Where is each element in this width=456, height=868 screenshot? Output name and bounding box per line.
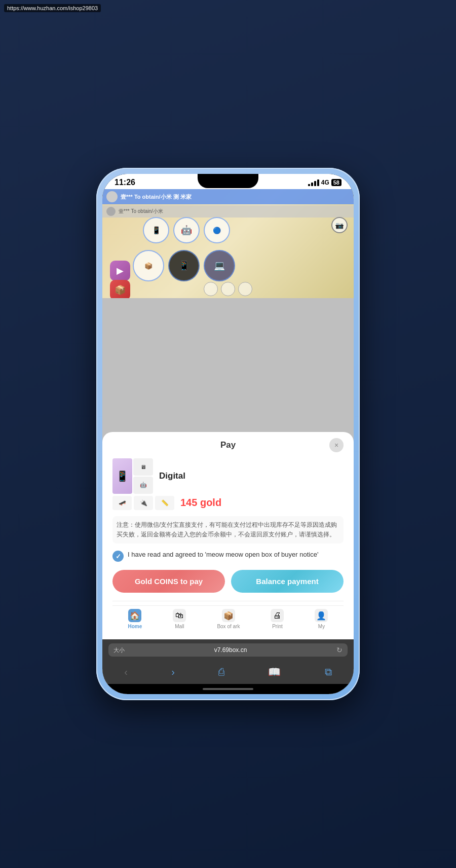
modal-title: Pay bbox=[220, 440, 236, 450]
product-circle-6: 💻 bbox=[204, 250, 235, 281]
product-circle-3: 🔵 bbox=[204, 217, 230, 243]
nav-label-my: My bbox=[318, 624, 325, 629]
banner-area: 壹*** To obtain/小米 测 米家 壹*** To obtain/小米… bbox=[102, 189, 354, 298]
boxark-icon[interactable]: 📦 bbox=[110, 280, 130, 298]
product-circle-2: 🤖 bbox=[173, 217, 200, 243]
status-bar: 11:26 4G 58 bbox=[102, 174, 354, 189]
nav-label-mall: Mall bbox=[175, 624, 184, 629]
product-circles-row2: 📦 📱 💻 bbox=[133, 250, 235, 281]
extra-image-2: 🔌 bbox=[134, 496, 153, 510]
browser-bar: 大小 v7.69box.cn ↻ bbox=[102, 639, 354, 661]
home-icon: 🏠 bbox=[128, 609, 141, 622]
agree-checkbox[interactable]: ✓ bbox=[112, 551, 124, 562]
product-circle-1: 📱 bbox=[143, 217, 169, 243]
bottom-nav: 🏠 Home 🛍 Mall 📦 Box of ark bbox=[112, 605, 344, 631]
check-icon: ✓ bbox=[116, 553, 121, 560]
product-price: 145 gold bbox=[180, 497, 221, 509]
modal-header: Pay × bbox=[112, 440, 344, 450]
extra-image-3: 📏 bbox=[155, 496, 174, 510]
product-images: 📱 🖥 🤖 bbox=[112, 458, 153, 494]
nav-item-print[interactable]: 🖨 Print bbox=[271, 609, 284, 629]
address-url: v7.69box.cn bbox=[214, 646, 247, 654]
home-indicator bbox=[102, 684, 354, 694]
product-extras: 🛹 🔌 📏 bbox=[112, 496, 174, 510]
product-circles-row1: 📱 🤖 🔵 bbox=[143, 217, 230, 243]
extra-image-1: 🛹 bbox=[112, 496, 132, 510]
status-time: 11:26 bbox=[115, 178, 135, 187]
bookmarks-button[interactable]: 📖 bbox=[262, 664, 287, 680]
forward-button[interactable]: › bbox=[165, 664, 181, 680]
notch bbox=[198, 174, 258, 188]
divider bbox=[112, 601, 344, 601]
address-bar[interactable]: 大小 v7.69box.cn ↻ bbox=[108, 643, 348, 657]
status-right: 4G 58 bbox=[308, 179, 341, 186]
agree-text: I have read and agreed to 'meow meow ope… bbox=[128, 550, 318, 560]
product-info-row: 📱 🖥 🤖 Digital bbox=[112, 458, 344, 494]
nav-label-home: Home bbox=[128, 624, 142, 629]
browser-controls: ‹ › ⎙ 📖 ⧉ bbox=[102, 661, 354, 684]
play-icon[interactable]: ▶ bbox=[110, 261, 130, 281]
nav-label-boxofark: Box of ark bbox=[217, 624, 240, 629]
notice-text: 注意：使用微信/支付宝直接支付，有可能在支付过程中出现库存不足等原因造成购买失败… bbox=[112, 516, 344, 544]
user-avatar-2 bbox=[106, 207, 116, 216]
boxofark-icon: 📦 bbox=[222, 609, 235, 622]
bottom-circles-row bbox=[204, 282, 252, 296]
agree-row[interactable]: ✓ I have read and agreed to 'meow meow o… bbox=[112, 550, 344, 562]
nav-item-home[interactable]: 🏠 Home bbox=[128, 609, 142, 629]
print-icon: 🖨 bbox=[271, 609, 284, 622]
mall-icon: 🛍 bbox=[173, 609, 186, 622]
product-circle-5: 📱 bbox=[168, 250, 200, 281]
product-price-row: 🛹 🔌 📏 145 gold bbox=[112, 496, 344, 510]
address-left-text: 大小 bbox=[113, 646, 125, 654]
close-button[interactable]: × bbox=[329, 438, 344, 452]
back-button[interactable]: ‹ bbox=[118, 664, 134, 680]
nav-item-boxofark[interactable]: 📦 Box of ark bbox=[217, 609, 240, 629]
share-button[interactable]: ⎙ bbox=[212, 664, 231, 680]
battery-indicator: 58 bbox=[331, 179, 341, 186]
boxark-section[interactable]: 📦 BoxArk bbox=[110, 280, 130, 298]
user-avatar-1 bbox=[106, 191, 118, 202]
payment-buttons: Gold COINS to pay Balance payment bbox=[112, 570, 344, 593]
overlay-url: https://www.huzhan.com/ishop29803 bbox=[4, 4, 101, 12]
no-camera-icon: 📷 bbox=[331, 217, 348, 233]
my-icon: 👤 bbox=[315, 609, 328, 622]
modal-backdrop: Pay × 📱 🖥 🤖 Digital bbox=[102, 298, 354, 639]
reload-icon[interactable]: ↻ bbox=[336, 646, 343, 654]
tabs-button[interactable]: ⧉ bbox=[319, 664, 338, 680]
user-strip-1: 壹*** To obtain/小米 测 米家 bbox=[102, 189, 354, 204]
nav-label-print: Print bbox=[272, 624, 283, 629]
product-image-tv: 🖥 bbox=[133, 458, 153, 476]
phone-frame: 11:26 4G 58 bbox=[96, 168, 360, 700]
pay-modal: Pay × 📱 🖥 🤖 Digital bbox=[102, 432, 354, 639]
network-type: 4G bbox=[321, 179, 329, 186]
product-image-main: 📱 bbox=[112, 458, 132, 494]
balance-payment-button[interactable]: Balance payment bbox=[231, 570, 344, 593]
product-image-vacuum: 🤖 bbox=[133, 477, 153, 494]
home-bar bbox=[203, 688, 253, 690]
signal-icon bbox=[308, 179, 319, 186]
product-name: Digital bbox=[159, 471, 185, 481]
close-icon: × bbox=[334, 441, 338, 449]
user-strip-2-text: 壹*** To obtain/小米 bbox=[119, 208, 163, 215]
gold-coins-pay-button[interactable]: Gold COINS to pay bbox=[112, 570, 225, 593]
product-circle-4: 📦 bbox=[133, 250, 164, 281]
user-strip-2: 壹*** To obtain/小米 bbox=[102, 205, 354, 218]
user-strip-1-text: 壹*** To obtain/小米 测 米家 bbox=[121, 193, 192, 201]
nav-item-mall[interactable]: 🛍 Mall bbox=[173, 609, 186, 629]
nav-item-my[interactable]: 👤 My bbox=[315, 609, 328, 629]
